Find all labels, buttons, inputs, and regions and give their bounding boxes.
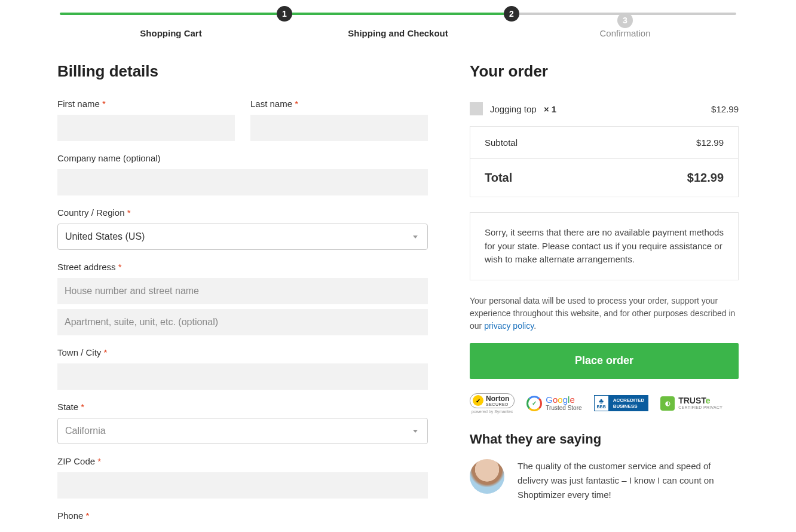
total-value: $12.99 (687, 171, 724, 185)
product-price: $12.99 (711, 104, 739, 114)
label-state: State * (57, 402, 428, 412)
billing-heading: Billing details (57, 62, 428, 81)
checkout-progress: 1 Shopping Cart 2 Shipping and Checkout … (57, 6, 739, 38)
trust-badges: ✓ Norton SECURED powered by Symantec ✓ (470, 393, 739, 414)
product-thumbnail (470, 102, 483, 115)
address1-field[interactable] (57, 278, 428, 304)
order-totals: Subtotal $12.99 Total $12.99 (470, 126, 739, 197)
label-country: Country / Region * (57, 207, 428, 218)
checkmark-icon: ✓ (526, 396, 542, 411)
step-number: 3 (617, 13, 633, 28)
bbb-badge: ♣ BBB ACCREDITED BUSINESS (594, 395, 649, 411)
avatar (470, 459, 504, 494)
product-qty: × 1 (544, 104, 556, 114)
total-label: Total (485, 171, 512, 185)
step-checkout[interactable]: 2 Shipping and Checkout (284, 6, 512, 38)
payment-notice: Sorry, it seems that there are no availa… (470, 212, 739, 280)
privacy-policy-link[interactable]: privacy policy (484, 321, 534, 331)
google-trusted-badge: ✓ Google Trusted Store (526, 395, 581, 412)
label-last-name: Last name * (250, 99, 428, 109)
testimonial: The quality of the customer service and … (470, 459, 739, 502)
shield-icon: ◐ (660, 396, 675, 411)
chevron-down-icon (413, 430, 418, 433)
order-heading: Your order (470, 62, 739, 81)
place-order-button[interactable]: Place order (470, 343, 739, 379)
checkmark-icon: ✓ (473, 395, 483, 406)
state-select[interactable]: California (57, 418, 428, 444)
state-value: California (65, 426, 106, 436)
subtotal-label: Subtotal (485, 137, 518, 148)
product-name: Jogging top (490, 104, 537, 114)
country-value: United States (US) (65, 231, 145, 242)
label-first-name: First name * (57, 99, 235, 109)
truste-badge: ◐ TRUSTe CERTIFIED PRIVACY (660, 396, 722, 411)
last-name-field[interactable] (250, 115, 428, 141)
city-field[interactable] (57, 363, 428, 390)
address2-field[interactable] (57, 309, 428, 335)
label-zip: ZIP Code * (57, 456, 428, 466)
step-number: 1 (277, 6, 292, 22)
subtotal-value: $12.99 (696, 137, 724, 148)
country-select[interactable]: United States (US) (57, 224, 428, 250)
company-field[interactable] (57, 169, 428, 195)
privacy-text: Your personal data will be used to proce… (470, 295, 739, 332)
testimonials-heading: What they are saying (470, 432, 739, 447)
label-company: Company name (optional) (57, 153, 428, 163)
label-city: Town / City * (57, 347, 428, 357)
step-label: Shipping and Checkout (284, 28, 512, 38)
step-number: 2 (504, 6, 519, 22)
first-name-field[interactable] (57, 115, 235, 141)
label-street: Street address * (57, 262, 428, 272)
step-label: Confirmation (512, 28, 739, 38)
zip-field[interactable] (57, 472, 428, 499)
chevron-down-icon (413, 236, 418, 239)
label-phone: Phone * (57, 510, 428, 521)
norton-badge: ✓ Norton SECURED powered by Symantec (470, 393, 515, 414)
torch-icon: ♣ (599, 398, 604, 405)
step-cart[interactable]: 1 Shopping Cart (57, 6, 284, 38)
testimonial-quote: The quality of the customer service and … (518, 459, 739, 502)
step-confirmation: 3 Confirmation (512, 6, 739, 38)
step-label: Shopping Cart (57, 28, 284, 38)
order-item-row: Jogging top × 1 $12.99 (470, 99, 739, 126)
